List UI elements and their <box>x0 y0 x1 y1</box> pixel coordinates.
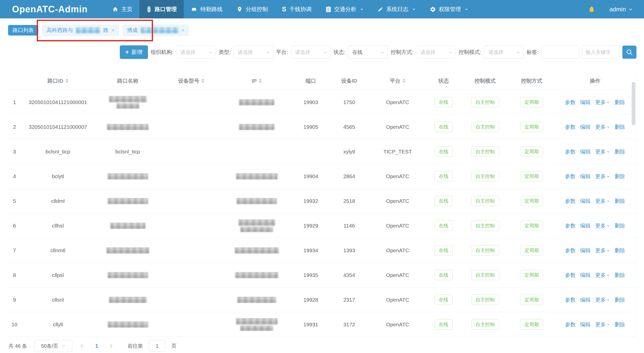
filter-select-type[interactable]: 请选择 <box>234 46 273 59</box>
action-delete-link[interactable]: 删除 <box>615 296 625 303</box>
intersection-list-button[interactable]: 路口列表 <box>8 25 38 36</box>
action-params-link[interactable]: 参数 <box>565 198 576 205</box>
chevron-down-icon <box>607 175 610 178</box>
control-mode-badge: 自主控制 <box>471 295 499 305</box>
control-mode-badge: 自主控制 <box>471 171 499 181</box>
action-more-link[interactable]: 更多 <box>595 247 610 254</box>
action-more-link[interactable]: 更多 <box>595 198 610 205</box>
car-icon <box>191 6 197 13</box>
filter-select-status[interactable]: 在线 <box>348 46 388 59</box>
action-params-link[interactable]: 参数 <box>565 173 576 180</box>
masked-text <box>107 124 148 130</box>
action-more-link[interactable]: 更多 <box>595 148 610 155</box>
action-more-link[interactable]: 更多 <box>595 99 610 106</box>
action-params-link[interactable]: 参数 <box>565 247 576 254</box>
column-header-端口: 端口 <box>292 77 330 84</box>
column-label: IP <box>252 78 257 84</box>
column-header-设备型号[interactable]: 设备型号 <box>161 77 221 84</box>
search-button[interactable] <box>622 46 636 59</box>
nav-item-document[interactable]: 交通分析 <box>319 0 371 18</box>
intersections-table: 路口ID路口名称设备型号IP端口设备ID平台状态控制模式控制方式操作 13205… <box>8 72 636 337</box>
nav-item-s-route[interactable]: S干线协调 <box>275 0 318 18</box>
filter-label-type: 类型: <box>219 49 231 56</box>
filter-select-platform[interactable]: 请选择 <box>291 46 331 59</box>
column-header-设备ID: 设备ID <box>330 77 369 84</box>
control-method-badge: 定周期 <box>520 319 543 330</box>
action-edit-link[interactable]: 编辑 <box>580 99 591 106</box>
action-more-link[interactable]: 更多 <box>595 123 610 131</box>
nav-item-pin[interactable]: 分组控制 <box>230 0 275 18</box>
column-header-平台[interactable]: 平台 <box>369 77 427 84</box>
action-edit-link[interactable]: 编辑 <box>580 148 591 155</box>
sort-icon[interactable] <box>65 79 68 83</box>
page-size-select[interactable]: 50条/页 <box>34 340 72 352</box>
action-params-link[interactable]: 参数 <box>565 296 576 303</box>
action-delete-link[interactable]: 删除 <box>615 173 625 180</box>
action-edit-link[interactable]: 编辑 <box>580 198 591 205</box>
action-edit-link[interactable]: 编辑 <box>580 173 591 180</box>
action-params-link[interactable]: 参数 <box>565 321 576 328</box>
cell-device-id: 2317 <box>330 297 369 303</box>
nav-item-label: 特勤路线 <box>200 6 222 13</box>
toolbar-row: 路口列表 高科西路与路×博成× <box>8 25 636 36</box>
cell-intersection-id: cllsnl <box>21 297 94 303</box>
action-edit-link[interactable]: 编辑 <box>580 296 591 303</box>
close-icon[interactable]: × <box>111 28 115 33</box>
action-delete-link[interactable]: 删除 <box>615 222 625 229</box>
column-header-IP[interactable]: IP <box>221 78 292 84</box>
action-delete-link[interactable]: 删除 <box>615 123 625 131</box>
filter-select-org[interactable]: 请选择 <box>176 46 216 59</box>
action-edit-link[interactable]: 编辑 <box>580 272 591 279</box>
sort-icon[interactable] <box>259 79 262 83</box>
page-number-current[interactable]: 1 <box>92 343 101 349</box>
nav-item-home[interactable]: 主页 <box>105 0 139 18</box>
action-more-link[interactable]: 更多 <box>595 321 610 328</box>
intersection-tag[interactable]: 高科西路与路× <box>42 25 119 36</box>
nav-item-pencil[interactable]: 系统日志 <box>371 0 423 18</box>
action-delete-link[interactable]: 删除 <box>615 321 625 328</box>
action-delete-link[interactable]: 删除 <box>615 198 625 205</box>
action-edit-link[interactable]: 编辑 <box>580 123 591 131</box>
sort-icon[interactable] <box>201 79 204 83</box>
column-label: 操作 <box>590 77 600 84</box>
notification-bell-icon[interactable] <box>588 6 595 13</box>
sort-icon[interactable] <box>402 79 405 83</box>
nav-item-label: 交通分析 <box>334 6 356 13</box>
column-header-路口ID[interactable]: 路口ID <box>21 77 94 84</box>
goto-page-input[interactable] <box>149 340 165 352</box>
column-label: 控制模式 <box>475 77 496 84</box>
action-edit-link[interactable]: 编辑 <box>580 321 591 328</box>
action-more-link[interactable]: 更多 <box>595 296 610 303</box>
action-params-link[interactable]: 参数 <box>565 272 576 279</box>
action-edit-link[interactable]: 编辑 <box>580 222 591 229</box>
filter-input-tag[interactable] <box>541 46 579 59</box>
status-badge: 在线 <box>435 220 453 231</box>
filter-select-control-method[interactable]: 请选择 <box>416 46 456 59</box>
action-params-link[interactable]: 参数 <box>565 123 576 131</box>
intersection-tag[interactable]: 博成× <box>123 25 189 36</box>
close-icon[interactable]: × <box>181 28 184 33</box>
action-more-link[interactable]: 更多 <box>595 173 610 180</box>
action-params-link[interactable]: 参数 <box>565 99 576 106</box>
action-params-link[interactable]: 参数 <box>565 148 576 155</box>
action-delete-link[interactable]: 删除 <box>615 247 625 254</box>
action-more-link[interactable]: 更多 <box>595 222 610 229</box>
nav-item-car[interactable]: 特勤路线 <box>184 0 230 18</box>
prev-page-button[interactable] <box>77 340 88 351</box>
filter-select-control-mode[interactable]: 请选择 <box>484 46 524 59</box>
user-menu[interactable]: admin <box>610 6 633 13</box>
nav-item-gear[interactable]: 权限管理 <box>423 0 475 18</box>
action-delete-link[interactable]: 删除 <box>615 272 625 279</box>
action-params-link[interactable]: 参数 <box>565 222 576 229</box>
action-delete-link[interactable]: 删除 <box>615 148 625 155</box>
add-button[interactable]: + 新增 <box>120 45 148 59</box>
action-edit-link[interactable]: 编辑 <box>580 247 591 254</box>
action-delete-link[interactable]: 删除 <box>615 99 625 106</box>
cell-control-method: 定周期 <box>510 97 554 107</box>
nav-item-traffic-light[interactable]: 路口管理 <box>139 0 184 18</box>
next-page-button[interactable] <box>105 340 117 351</box>
table-scrollbar-thumb[interactable] <box>632 82 635 125</box>
keyword-input[interactable] <box>582 46 620 59</box>
action-more-link[interactable]: 更多 <box>595 272 610 279</box>
filter-label-tag: 标签: <box>526 49 539 56</box>
